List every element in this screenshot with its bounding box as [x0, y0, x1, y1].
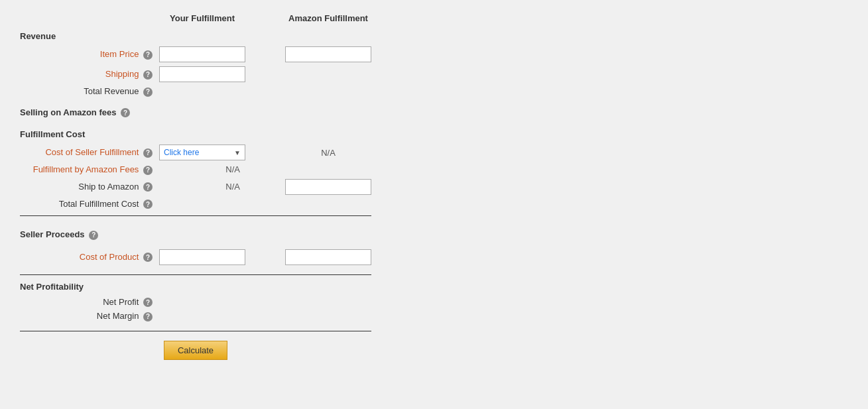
fulfillment-by-amazon-info-icon[interactable]: ?	[143, 166, 153, 175]
total-fulfillment-cost-label: Total Fulfillment Cost ?	[20, 199, 159, 209]
revenue-section-title: Revenue	[20, 31, 848, 41]
cost-seller-fulfillment-amazon-value: N/A	[285, 148, 371, 158]
ship-to-amazon-amazon-cell	[285, 179, 371, 195]
ship-to-amazon-your-value-cell: N/A	[159, 182, 245, 192]
net-margin-row: Net Margin ?	[20, 311, 848, 321]
selling-fees-info-icon[interactable]: ?	[121, 108, 130, 117]
seller-proceeds-title: Seller Proceeds ?	[20, 229, 98, 240]
net-margin-info-icon[interactable]: ?	[143, 312, 153, 321]
net-profit-row: Net Profit ?	[20, 297, 848, 308]
total-revenue-row: Total Revenue ?	[20, 86, 848, 97]
amazon-fulfillment-header: Amazon Fulfillment	[285, 13, 371, 23]
divider-3	[20, 331, 371, 331]
calculate-row: Calculate	[20, 341, 371, 360]
click-here-button[interactable]: Click here ▼	[159, 145, 245, 160]
item-price-your-fulfillment-cell	[159, 46, 245, 62]
net-profit-label: Net Profit ?	[20, 297, 159, 308]
ship-to-amazon-label: Ship to Amazon ?	[20, 182, 159, 192]
your-fulfillment-header: Your Fulfillment	[159, 13, 245, 23]
item-price-amazon-fulfillment-input[interactable]	[285, 46, 371, 62]
item-price-row: Item Price ?	[20, 46, 848, 62]
ship-to-amazon-info-icon[interactable]: ?	[143, 182, 153, 192]
divider-1	[20, 215, 371, 216]
cost-of-product-row: Cost of Product ?	[20, 249, 848, 265]
selling-fees-row: Selling on Amazon fees ?	[20, 101, 848, 123]
fulfillment-by-amazon-row: Fulfillment by Amazon Fees ? N/A	[20, 164, 848, 175]
item-price-amazon-fulfillment-cell	[285, 46, 371, 62]
fulfillment-by-amazon-label: Fulfillment by Amazon Fees ?	[20, 164, 159, 175]
ship-to-amazon-row: Ship to Amazon ? N/A	[20, 179, 848, 195]
cost-of-product-your-fulfillment-input[interactable]	[159, 249, 245, 265]
item-price-label: Item Price ?	[20, 49, 159, 60]
net-margin-label: Net Margin ?	[20, 311, 159, 321]
divider-2	[20, 274, 371, 275]
cost-of-product-info-icon[interactable]: ?	[143, 253, 153, 262]
net-profitability-section-title: Net Profitability	[20, 282, 848, 292]
cost-seller-fulfillment-info-icon[interactable]: ?	[143, 148, 153, 158]
total-fulfillment-cost-info-icon[interactable]: ?	[143, 200, 153, 209]
calculate-button[interactable]: Calculate	[164, 341, 227, 360]
click-here-cell: Click here ▼	[159, 145, 245, 160]
shipping-label: Shipping ?	[20, 69, 159, 80]
cost-seller-fulfillment-label: Cost of Seller Fulfillment ?	[20, 147, 159, 158]
selling-fees-title: Selling on Amazon fees ?	[20, 107, 130, 118]
net-profit-info-icon[interactable]: ?	[143, 298, 153, 307]
cost-of-product-amazon-fulfillment-input[interactable]	[285, 249, 371, 265]
total-fulfillment-cost-row: Total Fulfillment Cost ?	[20, 199, 848, 209]
cost-seller-fulfillment-row: Cost of Seller Fulfillment ? Click here …	[20, 145, 848, 160]
ship-to-amazon-input[interactable]	[285, 179, 371, 195]
fulfillment-by-amazon-your-value-cell: N/A	[159, 164, 245, 174]
seller-proceeds-row: Seller Proceeds ?	[20, 223, 848, 245]
column-headers: Your Fulfillment Amazon Fulfillment	[159, 13, 848, 23]
shipping-info-icon[interactable]: ?	[143, 70, 153, 80]
cost-of-product-label: Cost of Product ?	[20, 252, 159, 263]
dropdown-arrow-icon: ▼	[234, 149, 241, 156]
cost-of-product-your-fulfillment-cell	[159, 249, 245, 265]
shipping-your-fulfillment-input[interactable]	[159, 66, 245, 82]
shipping-your-fulfillment-cell	[159, 66, 245, 82]
total-revenue-info-icon[interactable]: ?	[143, 88, 153, 97]
seller-proceeds-info-icon[interactable]: ?	[89, 231, 98, 240]
item-price-your-fulfillment-input[interactable]	[159, 46, 245, 62]
shipping-row: Shipping ?	[20, 66, 848, 82]
fulfillment-cost-section-title: Fulfillment Cost	[20, 129, 848, 139]
item-price-info-icon[interactable]: ?	[143, 50, 153, 60]
total-revenue-label: Total Revenue ?	[20, 86, 159, 97]
main-container: Your Fulfillment Amazon Fulfillment Reve…	[0, 0, 868, 409]
cost-of-product-amazon-fulfillment-cell	[285, 249, 371, 265]
